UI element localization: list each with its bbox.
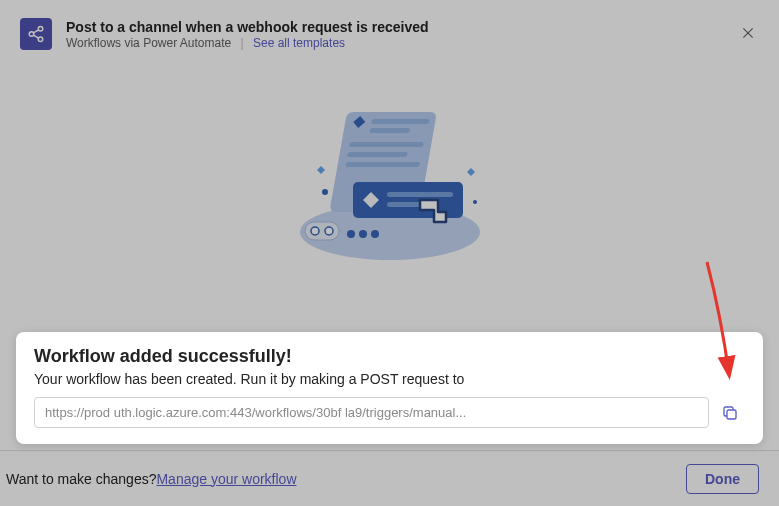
svg-point-25 <box>311 227 319 235</box>
svg-point-26 <box>325 227 333 235</box>
svg-rect-12 <box>348 142 423 147</box>
separator: | <box>241 36 244 50</box>
success-title: Workflow added successfully! <box>34 346 745 367</box>
svg-point-2 <box>38 37 43 42</box>
svg-rect-13 <box>347 152 408 157</box>
url-row: https://prod uth.logic.azure.com:443/wor… <box>34 397 745 428</box>
svg-point-20 <box>322 189 328 195</box>
workflow-share-icon <box>20 18 52 50</box>
svg-line-4 <box>33 35 38 38</box>
svg-point-0 <box>38 27 43 32</box>
svg-marker-21 <box>317 166 325 174</box>
svg-marker-22 <box>467 168 475 176</box>
bottom-bar: Want to make changes? Manage your workfl… <box>0 450 779 506</box>
svg-rect-24 <box>305 222 339 240</box>
svg-point-23 <box>473 200 477 204</box>
svg-rect-11 <box>369 128 410 133</box>
svg-point-1 <box>29 32 34 37</box>
svg-point-28 <box>359 230 367 238</box>
webhook-url-input[interactable]: https://prod uth.logic.azure.com:443/wor… <box>34 397 709 428</box>
dialog-subtitle-row: Workflows via Power Automate | See all t… <box>66 36 759 50</box>
svg-rect-14 <box>345 162 420 167</box>
copy-icon <box>721 404 739 422</box>
success-description: Your workflow has been created. Run it b… <box>34 371 745 387</box>
workflow-illustration <box>0 102 779 262</box>
copy-url-button[interactable] <box>715 398 745 428</box>
success-panel: Workflow added successfully! Your workfl… <box>16 332 763 444</box>
done-button[interactable]: Done <box>686 464 759 494</box>
svg-point-27 <box>347 230 355 238</box>
see-all-templates-link[interactable]: See all templates <box>253 36 345 50</box>
manage-workflow-link[interactable]: Manage your workflow <box>156 471 296 487</box>
header-text-block: Post to a channel when a webhook request… <box>66 19 759 50</box>
dialog-subtitle: Workflows via Power Automate <box>66 36 231 50</box>
bottom-prompt: Want to make changes? <box>6 471 156 487</box>
svg-rect-17 <box>387 192 453 197</box>
svg-point-29 <box>371 230 379 238</box>
dialog-title: Post to a channel when a webhook request… <box>66 19 759 35</box>
dialog-header: Post to a channel when a webhook request… <box>0 0 779 62</box>
svg-rect-10 <box>370 119 429 124</box>
close-button[interactable] <box>741 26 755 44</box>
illustration-svg <box>285 102 495 262</box>
svg-line-3 <box>33 30 38 33</box>
svg-rect-30 <box>727 410 736 419</box>
